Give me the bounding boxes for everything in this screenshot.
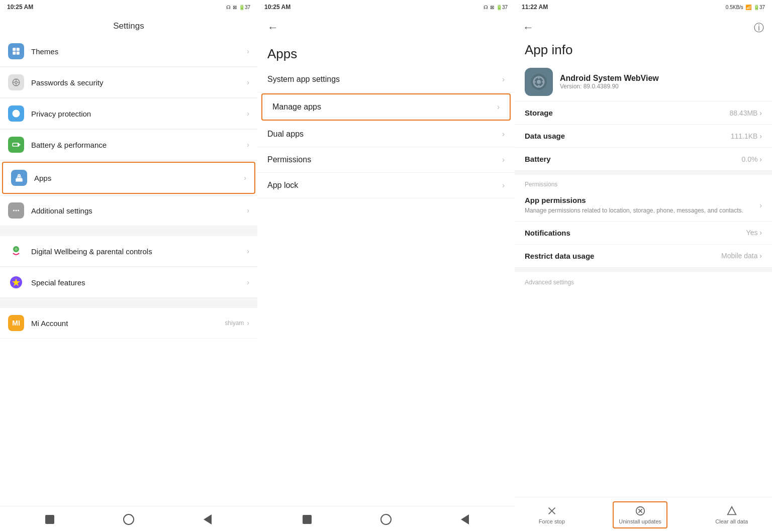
svg-rect-14: [13, 144, 18, 146]
app-version: Version: 89.0.4389.90: [560, 83, 659, 90]
uninstall-updates-btn[interactable]: Uninstall updates: [613, 501, 667, 528]
system-app-chevron: ›: [502, 75, 505, 84]
notifications-label: Notifications: [525, 229, 570, 237]
passwords-label: Passwords & security: [31, 78, 247, 87]
svg-rect-3: [17, 52, 20, 55]
bottom-action-bar: Force stop Uninstall updates Clear all d…: [515, 497, 772, 532]
svg-point-10: [13, 110, 20, 118]
apps-list-item-system[interactable]: System app settings ›: [257, 67, 515, 92]
additional-chevron: ›: [247, 206, 249, 215]
settings-item-passwords[interactable]: Passwords & security ›: [0, 67, 257, 98]
svg-point-22: [15, 248, 18, 251]
wellbeing-label: Digital Wellbeing & parental controls: [31, 247, 247, 256]
signal-icon-3: 📶: [745, 5, 751, 10]
nav-back-1[interactable]: [202, 513, 214, 525]
back-button-3[interactable]: ←: [523, 18, 534, 37]
apps-chevron: ›: [244, 174, 246, 182]
svg-marker-37: [728, 506, 736, 514]
settings-item-battery[interactable]: Battery & performance ›: [0, 130, 257, 160]
apps-list-item-applock[interactable]: App lock ›: [257, 173, 515, 198]
battery-info-label: Battery: [525, 155, 551, 163]
nav-square-1[interactable]: [44, 513, 56, 525]
svg-point-20: [18, 210, 19, 211]
permissions-section-title: Permissions: [515, 175, 772, 190]
app-permissions-row[interactable]: App permissions Manage permissions relat…: [515, 190, 772, 222]
nav-square-2[interactable]: [301, 513, 313, 525]
storage-row[interactable]: Storage 88.43MB ›: [515, 101, 772, 125]
themes-label: Themes: [31, 47, 247, 56]
battery-icon-3: 🔋37: [753, 5, 765, 10]
status-bar-2: 10:25 AM ☊ ⊠ 🔋37: [257, 0, 515, 14]
force-stop-icon: [546, 505, 557, 516]
permissions-label: Permissions: [267, 155, 502, 164]
settings-item-apps[interactable]: Apps ›: [2, 162, 255, 194]
status-bar-3: 11:22 AM 0.5KB/s 📶 🔋37: [515, 0, 772, 14]
nav-circle-1[interactable]: [123, 513, 135, 525]
settings-item-special[interactable]: Special features ›: [0, 267, 257, 298]
advanced-settings-title: Advanced settings: [515, 272, 772, 288]
storage-label: Storage: [525, 109, 553, 117]
status-icons-1: ☊ ⊠ 🔋37: [226, 5, 250, 10]
passwords-chevron: ›: [247, 78, 249, 86]
app-info-top-header: ← ⓘ: [515, 14, 772, 37]
manage-apps-label: Manage apps: [272, 102, 497, 112]
clear-all-data-icon: [726, 505, 737, 516]
app-lock-label: App lock: [267, 181, 502, 190]
app-icon: [525, 68, 553, 96]
themes-icon: [8, 43, 24, 59]
settings-item-mi-account[interactable]: MI Mi Account shiyam ›: [0, 308, 257, 339]
app-info-title: App info: [515, 37, 772, 60]
svg-rect-1: [17, 48, 20, 51]
app-name: Android System WebView: [560, 74, 659, 83]
storage-value: 88.43MB ›: [729, 109, 762, 117]
apps-list-item-permissions[interactable]: Permissions ›: [257, 147, 515, 173]
data-usage-row[interactable]: Data usage 111.1KB ›: [515, 125, 772, 148]
restrict-data-row[interactable]: Restrict data usage Mobile data ›: [515, 245, 772, 268]
permissions-chevron: ›: [502, 155, 505, 164]
settings-list: Themes › Passwords & security › i Privac…: [0, 36, 257, 506]
battery-icon: [8, 137, 24, 153]
svg-rect-13: [19, 144, 20, 146]
time-2: 10:25 AM: [264, 4, 291, 11]
uninstall-updates-icon: [635, 505, 646, 516]
force-stop-btn[interactable]: Force stop: [539, 505, 565, 524]
settings-item-themes[interactable]: Themes ›: [0, 36, 257, 67]
apps-list-item-manage[interactable]: Manage apps ›: [261, 93, 511, 121]
battery-icon-2: 🔋37: [496, 5, 508, 10]
privacy-label: Privacy protection: [31, 110, 247, 118]
info-button[interactable]: ⓘ: [754, 21, 764, 35]
back-button-2[interactable]: ←: [257, 14, 515, 37]
nav-back-2[interactable]: [459, 513, 471, 525]
battery-row[interactable]: Battery 0.0% ›: [515, 148, 772, 171]
bottom-nav-2: [257, 506, 515, 532]
data-usage-value: 111.1KB ›: [731, 132, 762, 140]
bottom-nav-1: [0, 506, 257, 532]
clear-all-data-btn[interactable]: Clear all data: [715, 505, 748, 524]
permissions-row-chevron: ›: [759, 201, 762, 210]
status-bar-1: 10:25 AM ☊ ⊠ 🔋37: [0, 0, 257, 14]
settings-item-wellbeing[interactable]: Digital Wellbeing & parental controls ›: [0, 236, 257, 267]
special-icon: [8, 274, 24, 290]
notifications-row[interactable]: Notifications Yes ›: [515, 222, 772, 245]
settings-item-privacy[interactable]: i Privacy protection ›: [0, 98, 257, 129]
svg-point-5: [15, 81, 18, 84]
sim-icon-1: ⊠: [233, 5, 237, 10]
apps-icon: [11, 170, 27, 186]
nav-circle-2[interactable]: [380, 513, 392, 525]
apps-title: Apps: [257, 37, 515, 67]
settings-item-additional[interactable]: Additional settings ›: [0, 195, 257, 226]
uninstall-updates-label: Uninstall updates: [619, 518, 661, 524]
app-info-panel: 11:22 AM 0.5KB/s 📶 🔋37 ← ⓘ App info Andr…: [515, 0, 772, 532]
additional-icon: [8, 202, 24, 219]
app-name-block: Android System WebView Version: 89.0.438…: [560, 74, 659, 90]
apps-list-item-dual[interactable]: Dual apps ›: [257, 122, 515, 147]
themes-chevron: ›: [247, 47, 249, 55]
apps-label: Apps: [34, 174, 244, 182]
settings-title: Settings: [0, 14, 257, 36]
restrict-data-value: Mobile data ›: [721, 252, 762, 260]
special-label: Special features: [31, 278, 247, 287]
time-3: 11:22 AM: [522, 4, 548, 11]
svg-point-18: [13, 210, 15, 211]
apps-panel: 10:25 AM ☊ ⊠ 🔋37 ← Apps System app setti…: [257, 0, 515, 532]
mi-account-sublabel: shiyam: [225, 320, 244, 327]
